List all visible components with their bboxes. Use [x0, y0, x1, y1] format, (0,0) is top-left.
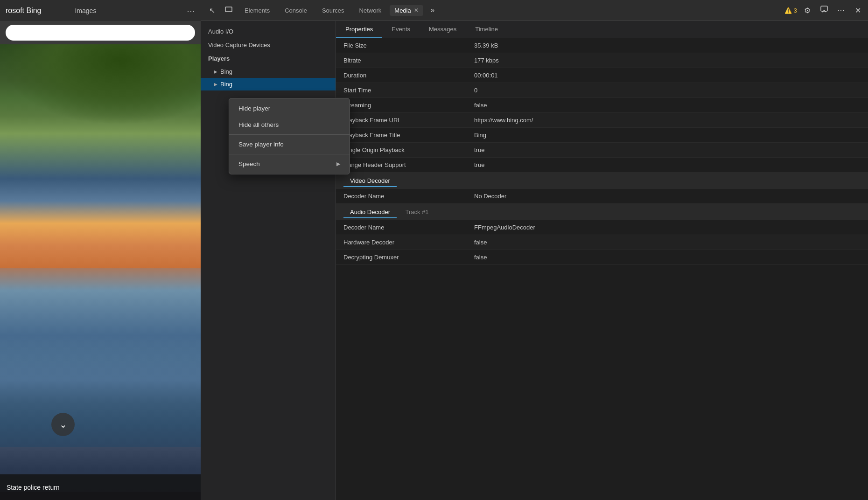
prop-key-file-size: File Size	[343, 42, 474, 49]
audio-io-item[interactable]: Audio I/O	[201, 25, 336, 38]
cursor-icon: ↖	[209, 6, 215, 15]
prop-row-single-origin: Single Origin Playback true	[336, 143, 868, 158]
prop-value-hardware-decoder: false	[474, 239, 487, 246]
audio-decoder-header: Audio Decoder Track #1	[336, 204, 868, 220]
warning-count: 3	[794, 7, 797, 14]
prop-row-playback-frame-url: Playback Frame URL https://www.bing.com/	[336, 113, 868, 128]
prop-row-bitrate: Bitrate 177 kbps	[336, 53, 868, 68]
prop-row-duration: Duration 00:00:01	[336, 68, 868, 83]
search-input-box	[6, 25, 195, 41]
video-decoder-tab[interactable]: Video Decoder	[343, 175, 397, 187]
tab-network[interactable]: Network	[353, 4, 388, 17]
player-item-bing-1[interactable]: ▶ Bing	[201, 65, 336, 78]
browser-area: rosoft Bing Images ⋯ ⌄ State police retu…	[0, 0, 201, 500]
track-1-tab[interactable]: Track #1	[399, 207, 435, 218]
settings-button[interactable]: ⚙	[801, 4, 814, 17]
prop-value-decrypting-demuxer: false	[474, 254, 487, 261]
devtools-body: Audio I/O Video Capture Devices Players …	[201, 21, 868, 500]
prop-key-start-time: Start Time	[343, 87, 474, 94]
cursor-tool-button[interactable]: ↖	[204, 3, 219, 18]
tab-console[interactable]: Console	[278, 4, 314, 17]
prop-value-audio-decoder-name: FFmpegAudioDecoder	[474, 224, 535, 231]
prop-value-bitrate: 177 kbps	[474, 57, 499, 64]
prop-key-single-origin: Single Origin Playback	[343, 146, 474, 153]
prop-value-range-header: true	[474, 161, 484, 168]
tab-elements[interactable]: Elements	[238, 4, 276, 17]
prop-value-streaming: false	[474, 102, 487, 109]
video-decoder-header: Video Decoder	[336, 173, 868, 189]
tab-properties[interactable]: Properties	[336, 21, 382, 38]
player-expand-arrow-1: ▶	[214, 69, 217, 74]
prop-value-duration: 00:00:01	[474, 72, 498, 79]
ctx-menu-hide-all-others-label: Hide all others	[238, 121, 279, 128]
moss-overlay	[0, 44, 201, 125]
prop-key-streaming: Streaming	[343, 102, 474, 109]
feedback-button[interactable]	[818, 4, 831, 17]
tab-sources[interactable]: Sources	[315, 4, 351, 17]
svg-rect-0	[225, 7, 232, 12]
tab-media[interactable]: Media ✕	[390, 5, 423, 16]
context-menu: Hide player Hide all others Save player …	[229, 98, 350, 174]
prop-value-file-size: 35.39 kB	[474, 42, 498, 49]
player-item-bing-2[interactable]: ▶ Bing	[201, 78, 336, 90]
chevron-down-icon: ⌄	[59, 419, 67, 430]
browser-title: rosoft Bing	[6, 7, 41, 15]
browser-nav-label[interactable]: Images	[75, 7, 96, 14]
gear-icon: ⚙	[804, 6, 811, 15]
more-actions-button[interactable]: ⋯	[834, 4, 847, 17]
ctx-menu-speech[interactable]: Speech ▶	[229, 156, 350, 172]
more-tabs-button[interactable]: »	[425, 3, 440, 18]
prop-row-file-size: File Size 35.39 kB	[336, 38, 868, 53]
devtools-toolbar: ↖ Elements Console Sources Network Media…	[201, 0, 868, 21]
prop-row-range-header: Range Header Support true	[336, 158, 868, 173]
scroll-down-button[interactable]: ⌄	[51, 413, 75, 436]
video-capture-item[interactable]: Video Capture Devices	[201, 38, 336, 52]
prop-row-video-decoder-name: Decoder Name No Decoder	[336, 189, 868, 204]
ctx-menu-hide-all-others[interactable]: Hide all others	[229, 117, 350, 133]
prop-value-start-time: 0	[474, 87, 477, 94]
properties-content: File Size 35.39 kB Bitrate 177 kbps Dura…	[336, 38, 868, 500]
prop-key-hardware-decoder: Hardware Decoder	[343, 239, 474, 246]
ctx-menu-separator	[229, 134, 350, 135]
ctx-menu-separator-2	[229, 154, 350, 154]
device-icon	[225, 6, 232, 15]
prop-row-audio-decoder-name: Decoder Name FFmpegAudioDecoder	[336, 220, 868, 235]
ctx-menu-save-player-info[interactable]: Save player info	[229, 136, 350, 153]
ctx-menu-hide-player[interactable]: Hide player	[229, 100, 350, 117]
ctx-menu-save-player-info-label: Save player info	[238, 141, 284, 148]
prop-key-bitrate: Bitrate	[343, 57, 474, 64]
water-reflection	[0, 268, 201, 447]
toolbar-right-actions: ⚠️ 3 ⚙ ⋯ ✕	[784, 4, 864, 17]
prop-key-audio-decoder-name: Decoder Name	[343, 224, 474, 231]
prop-key-decrypting-demuxer: Decrypting Demuxer	[343, 254, 474, 261]
prop-value-playback-frame-title: Bing	[474, 132, 486, 139]
close-icon: ✕	[855, 6, 861, 15]
device-emulation-button[interactable]	[221, 3, 236, 18]
warning-badge[interactable]: ⚠️ 3	[784, 7, 797, 14]
ctx-submenu-arrow-icon: ▶	[336, 161, 340, 167]
news-ticker: State police return	[0, 474, 201, 500]
ctx-menu-hide-player-label: Hide player	[238, 105, 270, 112]
prop-value-video-decoder-name: No Decoder	[474, 193, 506, 200]
tab-timeline[interactable]: Timeline	[466, 21, 507, 38]
tab-events[interactable]: Events	[382, 21, 420, 38]
warning-icon: ⚠️	[784, 7, 792, 14]
prop-key-video-decoder-name: Decoder Name	[343, 193, 474, 200]
more-tabs-icon: »	[430, 6, 434, 14]
tab-media-close-button[interactable]: ✕	[414, 7, 419, 14]
devtools-panel: ↖ Elements Console Sources Network Media…	[201, 0, 868, 500]
person-icon	[820, 5, 828, 15]
prop-row-streaming: Streaming false	[336, 98, 868, 113]
prop-key-playback-frame-url: Playback Frame URL	[343, 117, 474, 124]
browser-more-button[interactable]: ⋯	[187, 6, 195, 16]
player-expand-arrow-2: ▶	[214, 82, 217, 87]
prop-row-decrypting-demuxer: Decrypting Demuxer false	[336, 250, 868, 265]
tab-messages[interactable]: Messages	[420, 21, 466, 38]
audio-decoder-tab[interactable]: Audio Decoder	[343, 207, 397, 218]
prop-value-playback-frame-url: https://www.bing.com/	[474, 117, 533, 124]
ctx-menu-speech-label: Speech	[238, 160, 260, 167]
players-label: Players	[201, 52, 336, 65]
prop-key-duration: Duration	[343, 72, 474, 79]
prop-key-playback-frame-title: Playback Frame Title	[343, 132, 474, 139]
close-devtools-button[interactable]: ✕	[851, 4, 864, 17]
